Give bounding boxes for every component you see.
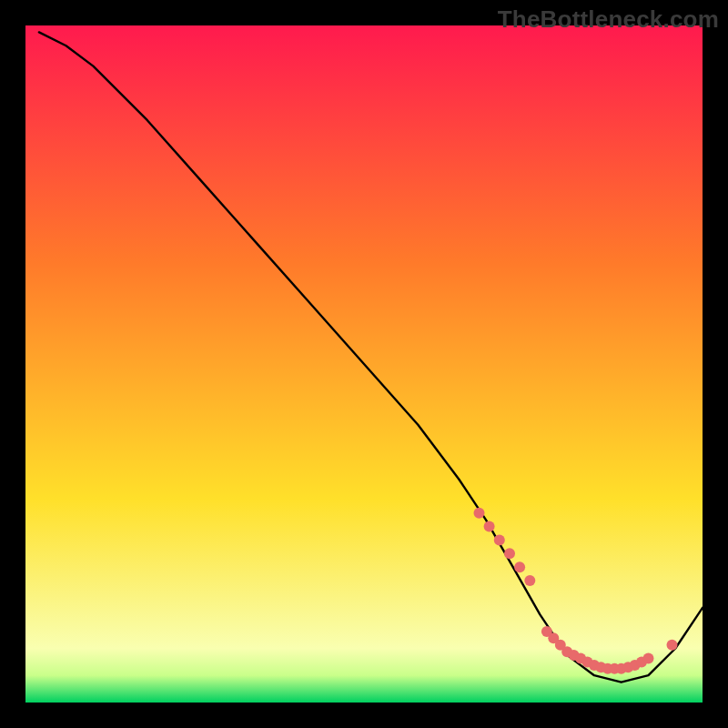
highlight-point (667, 640, 678, 651)
highlight-point (504, 548, 515, 559)
watermark-text: TheBottleneck.com (498, 5, 719, 34)
highlight-point (494, 534, 505, 545)
bottleneck-chart (0, 0, 728, 728)
highlight-point (643, 653, 654, 664)
highlight-point (514, 561, 525, 572)
chart-frame: TheBottleneck.com (0, 0, 728, 728)
highlight-point (484, 521, 495, 532)
highlight-point (474, 508, 485, 519)
highlight-point (524, 575, 535, 586)
